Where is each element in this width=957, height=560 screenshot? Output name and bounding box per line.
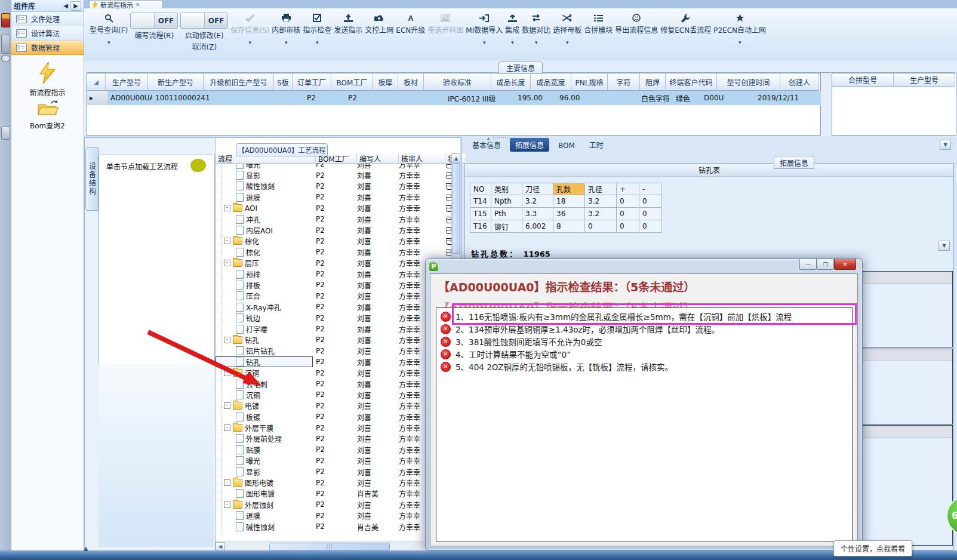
tree-row[interactable]: 棕化P2刘喜方幸幸已审核 — [216, 247, 451, 257]
dialog-title-bar[interactable]: P — [426, 259, 862, 273]
scroll-left-icon[interactable]: ◀ — [216, 542, 225, 551]
grid-column-header[interactable]: 字符 — [608, 73, 640, 91]
tree-row[interactable]: X-Ray冲孔P2刘喜方幸幸已审核 — [216, 301, 451, 312]
grid-column-header[interactable]: 创建人 — [780, 73, 819, 91]
tab-close-icon[interactable]: ✕ — [136, 2, 140, 8]
toolbar-button-internal-audit[interactable]: 内部审核▾ — [272, 11, 300, 58]
drill-column-header[interactable]: 孔数 — [553, 183, 585, 195]
tree-node-cell[interactable]: -电镀 — [216, 401, 313, 411]
app-icon-red[interactable] — [1, 13, 10, 27]
tree-node-cell[interactable]: 外层前处理 — [216, 433, 313, 444]
collapse-icon[interactable]: - — [224, 370, 230, 376]
app-icon-small[interactable] — [1, 127, 10, 140]
chevron-down-icon[interactable]: ▾ — [511, 39, 514, 45]
tree-node-cell[interactable]: 沉铜 — [216, 389, 313, 400]
tree-node-cell[interactable]: -外层蚀刻 — [216, 499, 313, 510]
tab-work-hours[interactable]: 工时 — [584, 138, 609, 152]
tree-row[interactable]: -电镀P2刘喜方幸幸已审核 — [216, 401, 451, 411]
tree-node-cell[interactable]: 酸性蚀刻 — [216, 181, 313, 192]
tree-node-cell[interactable]: 铣边 — [216, 312, 313, 323]
nav-forward-icon[interactable]: ▶ — [70, 1, 81, 11]
tree-node-cell[interactable]: 预排 — [216, 269, 313, 279]
tree-node-cell[interactable]: 显影 — [216, 466, 313, 477]
tree-node-cell[interactable]: X-Ray冲孔 — [216, 301, 313, 312]
collapse-icon[interactable]: - — [224, 337, 230, 343]
drill-column-header[interactable]: 刀径 — [522, 183, 553, 195]
tree-row[interactable]: 板镀P2刘喜方幸幸已审核 — [216, 411, 451, 422]
tree-row[interactable]: 铣边P2刘喜方幸幸已审核 — [216, 312, 451, 323]
tree-horizontal-scrollbar[interactable]: ◀ ||| — [216, 541, 451, 550]
tree-node-cell[interactable]: 压合 — [216, 291, 313, 301]
toggle-write-flow[interactable]: OFF — [130, 13, 178, 29]
sidebar-item-data-management[interactable]: 数据管理 — [11, 41, 84, 55]
tab-extended-info[interactable]: 拓展信息 — [510, 138, 549, 152]
tree-node-cell[interactable]: 图形电镀 — [216, 488, 313, 499]
tree-node-cell[interactable]: 退膜 — [216, 192, 313, 202]
tree-row[interactable]: 退膜P2刘喜方幸幸已审核 — [216, 510, 451, 521]
tree-node-cell[interactable]: -钻孔 — [216, 334, 313, 345]
tab-basic-info[interactable]: 基本信息 — [467, 138, 506, 152]
tree-node-cell[interactable]: 棕化 — [216, 247, 313, 257]
collapse-icon[interactable]: - — [224, 424, 230, 431]
grid-column-header[interactable]: 终端客户代码 — [666, 73, 717, 91]
tree-row[interactable]: 排板P2刘喜方幸幸已审核 — [216, 279, 451, 290]
drill-column-header[interactable]: 类别 — [491, 183, 522, 195]
tree-row[interactable]: -外层干膜P2刘喜方幸幸已审核 — [216, 422, 451, 433]
grid-column-header[interactable]: PNL规格 — [571, 73, 608, 91]
tree-node-cell[interactable]: 排板 — [216, 279, 313, 290]
tree-row[interactable]: 酸性蚀刻P2刘喜方幸幸已审核 — [216, 181, 451, 192]
tree-node-cell[interactable]: 碱性蚀刻 — [216, 521, 313, 532]
tree-row[interactable]: 沉铜P2刘喜方幸幸已审核 — [216, 389, 451, 400]
tree-node-cell[interactable]: 铝片钻孔 — [216, 346, 313, 356]
tree-row[interactable]: 钻孔P2刘喜方幸幸已审核 — [216, 356, 451, 367]
nav-back-icon[interactable]: ◀ — [61, 2, 70, 10]
collapse-icon[interactable]: - — [224, 479, 230, 486]
grid-column-header[interactable]: 成品长度 — [491, 73, 531, 91]
scroll-up-icon[interactable]: ▲ — [451, 153, 461, 163]
tree-node-cell[interactable]: 打字喽 — [216, 324, 313, 334]
tree-node-cell[interactable]: -层压 — [216, 258, 313, 269]
tab-bom[interactable]: BOM — [553, 140, 580, 152]
tree-row[interactable]: -图形电镀P2刘喜方幸幸已审核 — [216, 477, 451, 488]
grid-corner-cell[interactable]: ◢ — [87, 73, 106, 91]
check-result-dialog[interactable]: P — ❐ ✕ 【AD00U00UA0】指示检查结果：（5条未通过） 【AD00… — [425, 259, 863, 550]
close-icon[interactable]: ✕ — [834, 259, 856, 270]
toolbar-button-instruction-check[interactable]: 指示检查▾ — [303, 11, 331, 58]
tree-row[interactable]: 冲孔P2刘喜方幸幸已审核 — [216, 214, 451, 224]
toolbar-button-write-flow[interactable]: OFF编写流程(R) — [130, 11, 178, 58]
sidebar-item-design-algorithm[interactable]: 设计算法 — [11, 26, 84, 41]
maximize-icon[interactable]: ❐ — [817, 259, 834, 270]
drill-dropdown-icon[interactable]: ▼ — [938, 241, 950, 251]
tree-row[interactable]: 铝片钻孔P2刘喜方幸幸已审核 — [216, 346, 451, 356]
chevron-down-icon[interactable]: ▾ — [566, 39, 569, 45]
sidebar-item-file-processing[interactable]: 文件处理 — [11, 12, 84, 26]
toolbar-button-model-query[interactable]: 型号查询(F)▾ — [90, 11, 128, 58]
grid-column-header[interactable]: BOM工厂 — [331, 73, 373, 91]
tree-row[interactable]: 外层前处理P2刘喜方幸幸已审核 — [216, 433, 451, 444]
tab-new-flow-instruction[interactable]: 新流程指示 ✕ — [89, 0, 163, 9]
tree-row[interactable]: -外层蚀刻P2刘喜方幸幸已审核 — [216, 499, 451, 510]
tree-column-header[interactable]: 核审人 — [399, 153, 445, 164]
tree-node-cell[interactable]: 曝光 — [216, 164, 313, 170]
tree-row[interactable]: 去毛刺P2刘喜方幸幸已审核 — [216, 379, 451, 389]
sidebar-action-bom-query2[interactable]: Bom查询2 — [30, 100, 65, 130]
toolbar-button-export-flow-info[interactable]: 导出流程信息 — [615, 11, 658, 58]
tree-row[interactable]: 压合P2刘喜方幸幸已审核 — [216, 291, 451, 301]
toolbar-button-integrate[interactable]: 集成▾ — [505, 11, 519, 58]
tree-node-cell[interactable]: -图形电镀 — [216, 477, 313, 488]
mini-grid-column-header[interactable]: 合拼型号 — [832, 73, 894, 87]
grid-column-header[interactable]: 升级前旧生产型号 — [204, 73, 274, 91]
tree-row[interactable]: 退膜P2刘喜方幸幸已审核 — [216, 192, 451, 202]
grid-column-header[interactable]: 阻焊 — [640, 73, 666, 91]
tree-hscroll-thumb[interactable]: ||| — [269, 543, 390, 550]
tree-node-cell[interactable]: 去毛刺 — [216, 379, 313, 389]
tree-row[interactable]: 预排P2刘喜方幸幸已审核 — [216, 269, 451, 279]
tree-row[interactable]: 贴膜P2刘喜方幸幸已审核 — [216, 444, 451, 455]
grid-data-row[interactable]: ▶AD00U00UA010011000024108P2P2IPC-6012 II… — [87, 91, 820, 105]
grid-column-header[interactable]: 板厚 — [373, 73, 398, 91]
drill-column-header[interactable]: NO — [470, 183, 491, 195]
tree-node-cell[interactable]: -AOI — [216, 203, 313, 214]
tree-node-cell[interactable]: 曝光 — [216, 456, 313, 466]
grid-column-header[interactable]: S板 — [274, 73, 293, 91]
grid-column-header[interactable]: 板材 — [398, 73, 424, 91]
